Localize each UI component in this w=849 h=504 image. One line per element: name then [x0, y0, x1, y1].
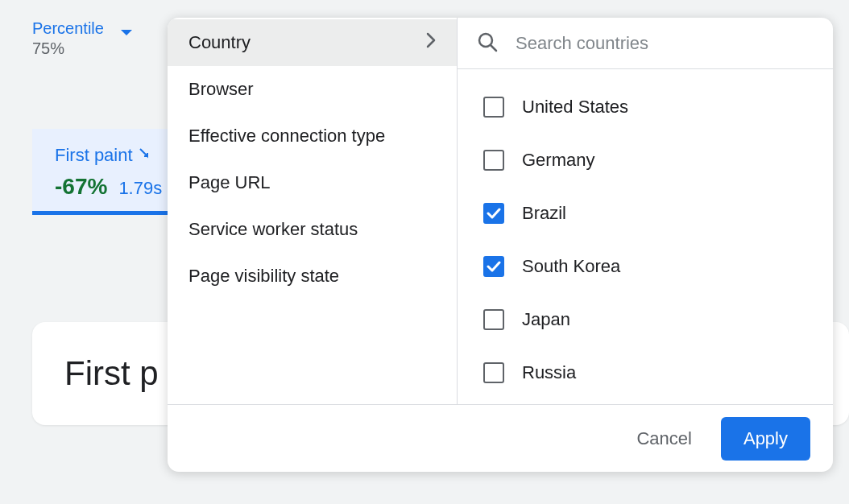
percentile-selector[interactable]: Percentile 75%	[32, 19, 133, 58]
filter-modal: Country Browser Effective connection typ…	[168, 18, 833, 472]
percentile-value: 75%	[32, 39, 104, 58]
metric-title: First paint	[55, 145, 133, 166]
filter-category-label: Effective connection type	[188, 126, 385, 147]
filter-footer: Cancel Apply	[168, 404, 833, 472]
metric-percent: -67%	[55, 174, 107, 200]
option-label: South Korea	[522, 256, 620, 277]
checkbox-checked-icon[interactable]	[483, 256, 504, 277]
metric-seconds: 1.79s	[118, 178, 162, 199]
filter-category-page-visibility-state[interactable]: Page visibility state	[168, 253, 457, 300]
filter-options-panel: United States Germany Brazil South Korea…	[458, 18, 833, 404]
filter-category-service-worker-status[interactable]: Service worker status	[168, 206, 457, 253]
option-japan[interactable]: Japan	[458, 293, 833, 346]
checkbox-checked-icon[interactable]	[483, 203, 504, 224]
filter-category-label: Page visibility state	[188, 266, 339, 287]
filter-body: Country Browser Effective connection typ…	[168, 18, 833, 404]
search-row	[458, 18, 833, 69]
filter-category-effective-connection-type[interactable]: Effective connection type	[168, 113, 457, 159]
filter-category-browser[interactable]: Browser	[168, 66, 457, 113]
filter-category-country[interactable]: Country	[168, 19, 457, 66]
search-input[interactable]	[516, 33, 814, 54]
filter-category-label: Country	[188, 32, 251, 53]
filter-category-label: Service worker status	[188, 219, 358, 240]
option-label: United States	[522, 97, 628, 118]
option-label: Brazil	[522, 203, 566, 224]
apply-button[interactable]: Apply	[721, 417, 810, 461]
option-germany[interactable]: Germany	[458, 134, 833, 187]
checkbox-icon[interactable]	[483, 150, 504, 171]
cancel-button[interactable]: Cancel	[630, 420, 698, 457]
options-list: United States Germany Brazil South Korea…	[458, 69, 833, 404]
filter-category-label: Page URL	[188, 172, 271, 193]
detail-card-title: First p	[64, 354, 159, 393]
option-label: Germany	[522, 150, 594, 171]
checkbox-icon[interactable]	[483, 309, 504, 330]
filter-category-list: Country Browser Effective connection typ…	[168, 18, 458, 404]
option-label: Russia	[522, 362, 576, 383]
percentile-text: Percentile 75%	[32, 19, 104, 58]
checkbox-icon[interactable]	[483, 362, 504, 383]
percentile-label: Percentile	[32, 19, 104, 38]
chevron-right-icon	[426, 32, 436, 53]
option-brazil[interactable]: Brazil	[458, 187, 833, 240]
svg-line-1	[491, 45, 496, 51]
option-united-states[interactable]: United States	[458, 81, 833, 134]
dropdown-arrow-icon	[120, 26, 133, 40]
option-russia[interactable]: Russia	[458, 346, 833, 399]
option-label: Japan	[522, 309, 570, 330]
checkbox-icon[interactable]	[483, 97, 504, 118]
filter-category-label: Browser	[188, 79, 254, 100]
option-south-korea[interactable]: South Korea	[458, 240, 833, 293]
search-icon	[477, 31, 498, 56]
filter-category-page-url[interactable]: Page URL	[168, 159, 457, 206]
trend-down-icon	[139, 148, 154, 163]
